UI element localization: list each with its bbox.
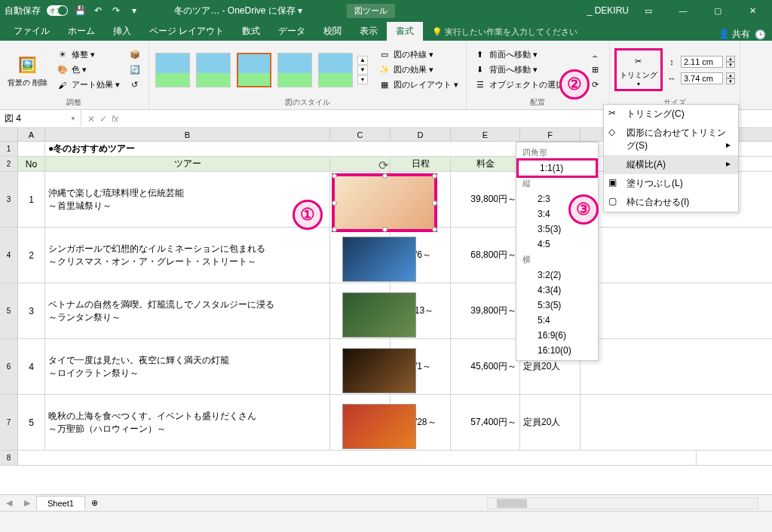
fx-icon[interactable]: fx: [112, 114, 118, 124]
style-scroll-down[interactable]: ▼: [357, 66, 368, 75]
tour-picture-4[interactable]: [342, 348, 416, 393]
qat-customize-icon[interactable]: ▾: [128, 5, 140, 17]
tab-data[interactable]: データ: [269, 22, 314, 41]
picture-style-2[interactable]: [196, 53, 231, 87]
artistic-effects-button[interactable]: 🖌アート効果 ▾: [54, 78, 123, 92]
resize-handle[interactable]: [332, 200, 337, 206]
picture-style-1[interactable]: [155, 53, 190, 87]
col-D[interactable]: D: [391, 128, 451, 141]
col-B[interactable]: B: [45, 128, 330, 141]
group-button[interactable]: ⊞: [587, 63, 605, 77]
resize-handle[interactable]: [432, 200, 437, 206]
height-up[interactable]: ▲: [726, 56, 735, 62]
add-sheet-button[interactable]: ⊕: [85, 498, 104, 508]
share-button[interactable]: 👤 共有: [718, 28, 750, 41]
minimize-button[interactable]: ―: [668, 0, 698, 21]
tour-picture-3[interactable]: [342, 292, 416, 338]
history-icon[interactable]: 🕒: [755, 29, 766, 40]
picture-layout-button[interactable]: ▦図のレイアウト ▾: [375, 78, 461, 92]
crop-button[interactable]: ✂ トリミング ▾: [614, 48, 663, 91]
resize-handle[interactable]: [432, 173, 437, 179]
row-2-header[interactable]: 2: [0, 157, 18, 171]
horizontal-scrollbar[interactable]: [487, 497, 758, 509]
menu-fit[interactable]: ▢枠に合わせる(I): [604, 193, 738, 212]
aspect-16-9[interactable]: 16:9(6): [516, 328, 598, 343]
color-button[interactable]: 🎨色 ▾: [54, 63, 123, 77]
ribbon-display-icon[interactable]: ▭: [633, 0, 663, 21]
sheet-nav-prev[interactable]: ◀: [0, 498, 18, 508]
name-box[interactable]: 図 4▼: [0, 111, 81, 127]
tab-view[interactable]: 表示: [351, 22, 387, 41]
aspect-4-5[interactable]: 4:5: [516, 237, 598, 252]
row-7-header[interactable]: 7: [0, 395, 18, 450]
height-input[interactable]: 2.11 cm: [681, 56, 723, 68]
row-4-header[interactable]: 4: [0, 228, 18, 283]
tab-file[interactable]: ファイル: [5, 22, 59, 41]
aspect-5-4[interactable]: 5:4: [516, 313, 598, 328]
tour-picture-2[interactable]: [342, 237, 416, 282]
tab-home[interactable]: ホーム: [59, 22, 104, 41]
aspect-4-3[interactable]: 4:3(4): [516, 283, 598, 298]
resize-handle[interactable]: [432, 227, 437, 232]
picture-style-5[interactable]: [318, 53, 353, 87]
save-icon[interactable]: 💾: [74, 5, 86, 17]
picture-border-button[interactable]: ▭図の枠線 ▾: [375, 48, 461, 62]
aspect-16-10[interactable]: 16:10(0): [516, 343, 598, 358]
row-5-header[interactable]: 5: [0, 283, 18, 338]
sheet-nav-next[interactable]: ▶: [18, 498, 36, 508]
selected-picture[interactable]: ⟳: [332, 173, 437, 232]
style-gallery-more[interactable]: ▾: [357, 75, 368, 84]
col-E[interactable]: E: [451, 128, 520, 141]
change-picture-button[interactable]: 🔄: [126, 63, 144, 77]
tab-formulas[interactable]: 数式: [233, 22, 269, 41]
select-all-corner[interactable]: [0, 128, 18, 141]
sheet-tab-1[interactable]: Sheet1: [36, 496, 85, 510]
fit-icon: ▢: [608, 196, 620, 208]
width-down[interactable]: ▼: [726, 78, 735, 84]
picture-style-4[interactable]: [277, 53, 312, 87]
corrections-button[interactable]: ☀修整 ▾: [54, 48, 123, 62]
width-input[interactable]: 3.74 cm: [681, 72, 723, 84]
resize-handle[interactable]: [382, 227, 388, 232]
col-C[interactable]: C: [330, 128, 391, 141]
aspect-3-2[interactable]: 3:2(2): [516, 268, 598, 283]
tab-format[interactable]: 書式: [387, 22, 423, 41]
style-scroll-up[interactable]: ▲: [357, 56, 368, 65]
tab-review[interactable]: 校閲: [314, 22, 351, 41]
close-button[interactable]: ✕: [737, 0, 767, 21]
menu-crop[interactable]: ✂トリミング(C): [604, 105, 738, 124]
tab-pagelayout[interactable]: ページ レイアウト: [140, 22, 233, 41]
picture-style-3[interactable]: [237, 53, 271, 87]
row-8-header[interactable]: 8: [0, 451, 18, 465]
menu-aspect-ratio[interactable]: 縦横比(A)▸: [604, 155, 738, 174]
tab-insert[interactable]: 挿入: [104, 22, 140, 41]
row-1-header[interactable]: 1: [0, 142, 18, 156]
resize-handle[interactable]: [332, 173, 337, 179]
cancel-formula-icon[interactable]: ✕: [87, 114, 95, 124]
maximize-button[interactable]: ▢: [703, 0, 733, 21]
align-button[interactable]: ⫠: [587, 48, 605, 62]
compress-picture-button[interactable]: 📦: [126, 48, 144, 62]
tell-me-search[interactable]: 💡 実行したい作業を入力してください: [423, 23, 587, 41]
width-up[interactable]: ▲: [726, 72, 735, 78]
redo-icon[interactable]: ↷: [110, 5, 122, 17]
col-F[interactable]: F: [520, 128, 581, 141]
reset-picture-button[interactable]: ↺: [126, 78, 144, 92]
enter-formula-icon[interactable]: ✓: [100, 114, 107, 124]
menu-fill[interactable]: ▣塗りつぶし(L): [604, 174, 738, 193]
rotate-handle-icon[interactable]: ⟳: [378, 158, 391, 170]
autosave-toggle[interactable]: オン: [47, 5, 68, 16]
row-6-header[interactable]: 6: [0, 339, 18, 394]
bring-forward-button[interactable]: ⬆前面へ移動 ▾: [471, 48, 584, 62]
picture-effects-button[interactable]: ✨図の効果 ▾: [375, 63, 461, 77]
height-down[interactable]: ▼: [726, 62, 735, 68]
tour-picture-5[interactable]: [342, 404, 416, 449]
resize-handle[interactable]: [332, 227, 337, 232]
row-3-header[interactable]: 3: [0, 172, 18, 227]
undo-icon[interactable]: ↶: [92, 5, 104, 17]
resize-handle[interactable]: [382, 173, 388, 179]
aspect-5-3[interactable]: 5:3(5): [516, 298, 598, 313]
remove-background-button[interactable]: 🖼️ 背景の 削除: [5, 51, 51, 88]
menu-crop-to-shape[interactable]: ◇図形に合わせてトリミング(S)▸: [604, 124, 738, 155]
col-A[interactable]: A: [18, 128, 45, 141]
